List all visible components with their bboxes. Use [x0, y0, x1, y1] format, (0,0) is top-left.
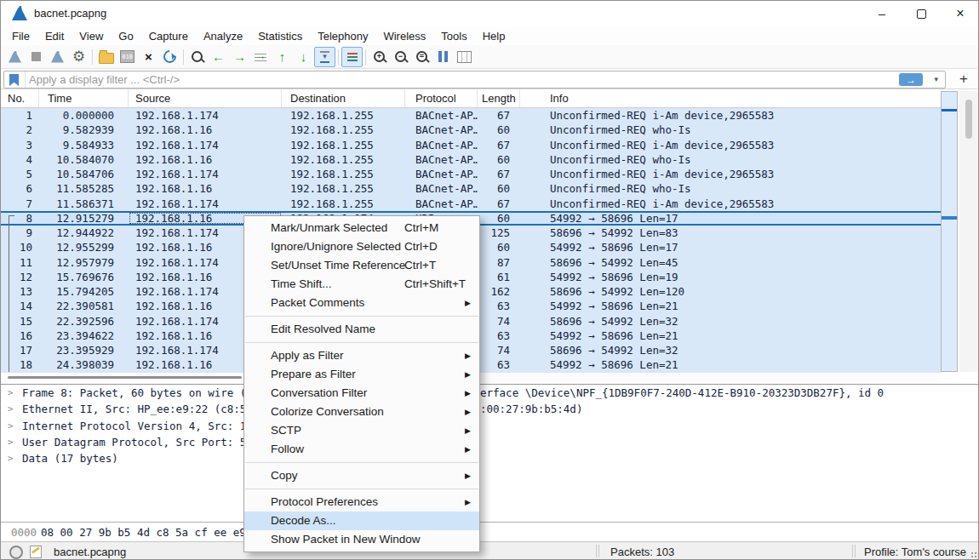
detail-text: Frame 8: Packet, 60 bytes on wire (480: [22, 386, 266, 399]
menu-item-follow[interactable]: Follow▶: [244, 440, 479, 459]
menu-item-colorize-conversation[interactable]: Colorize Conversation▶: [244, 403, 479, 421]
vertical-scrollbar[interactable]: [959, 91, 978, 372]
reload-file-icon[interactable]: [159, 47, 180, 67]
menu-item-sctp[interactable]: SCTP▶: [244, 421, 479, 440]
expert-info-icon[interactable]: [9, 546, 23, 559]
column-header-time[interactable]: Time: [39, 89, 129, 107]
zoom-in-icon[interactable]: +: [369, 47, 390, 67]
column-header-length[interactable]: Length: [478, 89, 520, 107]
open-file-icon[interactable]: [95, 47, 117, 67]
status-profile[interactable]: Profile: Tom's course: [864, 546, 966, 558]
hex-line[interactable]: 0000 08 00 27 9b b5 4d c8 5a cf ee e9 22: [1, 523, 979, 541]
menu-analyze[interactable]: Analyze: [196, 28, 250, 44]
colorize-packets-icon[interactable]: [341, 47, 363, 67]
detail-line-2[interactable]: >Ethernet II, Src: HP_ee:e9:22 (c8:5a:cf…: [1, 401, 979, 417]
menu-item-packet-comments[interactable]: Packet Comments▶: [244, 294, 479, 312]
menu-edit[interactable]: Edit: [37, 28, 72, 44]
cell-time: 22.392596: [39, 315, 129, 328]
go-back-icon[interactable]: ←: [208, 47, 229, 67]
menu-item-conversation-filter[interactable]: Conversation Filter▶: [244, 384, 479, 403]
packet-row-5[interactable]: 510.584706192.168.1.174192.168.1.255BACn…: [1, 167, 941, 181]
capture-options-icon[interactable]: ⚙: [68, 47, 89, 67]
packet-row-6[interactable]: 611.585285192.168.1.16192.168.1.255BACne…: [1, 181, 941, 196]
column-layout-icon[interactable]: [454, 47, 475, 67]
menu-view[interactable]: View: [72, 28, 111, 44]
menu-item-ignore-unignore-selected[interactable]: Ignore/Unignore SelectedCtrl+D: [244, 237, 479, 256]
display-filter-input[interactable]: Apply a display filter ... <Ctrl-/> → ▾: [3, 71, 946, 89]
cell-len: 60: [478, 182, 520, 195]
column-header-source[interactable]: Source: [129, 89, 282, 107]
resize-grip[interactable]: [970, 551, 977, 558]
restart-capture-icon[interactable]: [47, 47, 68, 67]
packet-row-3[interactable]: 39.584933192.168.1.174192.168.1.255BACne…: [1, 138, 941, 152]
start-capture-icon[interactable]: [4, 47, 26, 67]
save-file-icon[interactable]: 010: [117, 47, 138, 67]
intelligent-scrollbar-minimap[interactable]: [941, 91, 958, 372]
filter-bookmark-icon[interactable]: [9, 74, 19, 86]
column-header-info[interactable]: Info: [520, 89, 941, 107]
packet-row-1[interactable]: 10.000000192.168.1.174192.168.1.255BACne…: [1, 108, 941, 123]
menu-item-copy[interactable]: Copy▶: [244, 466, 479, 485]
go-to-packet-icon[interactable]: →: [250, 47, 272, 67]
horizontal-scrollbar-thumb[interactable]: [8, 376, 242, 379]
menu-wireless[interactable]: Wireless: [375, 28, 433, 44]
vertical-scrollbar-thumb[interactable]: [965, 100, 972, 139]
go-forward-icon[interactable]: →: [229, 47, 250, 67]
expander-icon[interactable]: >: [8, 403, 14, 414]
zoom-out-icon[interactable]: −: [390, 47, 411, 67]
menu-item-protocol-preferences[interactable]: Protocol Preferences▶: [244, 493, 479, 511]
expander-icon[interactable]: >: [8, 387, 14, 398]
hex-offset: 0000: [11, 526, 37, 539]
menu-statistics[interactable]: Statistics: [250, 28, 310, 44]
apply-filter-button[interactable]: →: [899, 73, 923, 86]
cell-time: 15.769676: [39, 271, 129, 283]
menu-tools[interactable]: Tools: [433, 28, 474, 44]
menu-item-time-shift[interactable]: Time Shift...Ctrl+Shift+T: [244, 275, 479, 294]
menu-item-mark-unmark-selected[interactable]: Mark/Unmark SelectedCtrl+M: [244, 219, 479, 237]
maximize-button[interactable]: [902, 1, 941, 26]
expander-icon[interactable]: >: [8, 437, 14, 448]
expander-icon[interactable]: >: [8, 453, 14, 464]
minimize-button[interactable]: –: [862, 1, 902, 26]
menu-item-prepare-as-filter[interactable]: Prepare as Filter▶: [244, 365, 479, 384]
detail-line-3[interactable]: >Internet Protocol Version 4, Src: 192.1: [1, 418, 979, 434]
expander-icon[interactable]: >: [8, 420, 14, 431]
filter-dropdown-caret-icon[interactable]: ▾: [934, 75, 938, 83]
menu-item-apply-as-filter[interactable]: Apply as Filter▶: [244, 346, 479, 365]
menu-telephony[interactable]: Telephony: [310, 28, 375, 44]
menu-capture[interactable]: Capture: [141, 28, 196, 44]
packet-row-2[interactable]: 29.582939192.168.1.16192.168.1.255BACnet…: [1, 123, 941, 137]
auto-scroll-icon[interactable]: ▼: [314, 47, 335, 67]
detail-line-1[interactable]: >Frame 8: Packet, 60 bytes on wire (480e…: [1, 385, 979, 401]
detail-line-5[interactable]: >Data (17 bytes): [1, 450, 979, 466]
menu-item-show-packet-in-new-window[interactable]: Show Packet in New Window: [244, 530, 479, 549]
menu-item-set-unset-time-reference[interactable]: Set/Unset Time ReferenceCtrl+T: [244, 256, 479, 275]
cell-no: 7: [1, 197, 39, 210]
menu-file[interactable]: File: [4, 28, 37, 44]
packet-row-7[interactable]: 711.586371192.168.1.174192.168.1.255BACn…: [1, 197, 941, 211]
detail-line-4[interactable]: >User Datagram Protocol, Src Port: 54992: [1, 434, 979, 450]
close-file-icon[interactable]: ×: [138, 47, 159, 67]
zoom-reset-icon[interactable]: =: [411, 47, 432, 67]
stop-capture-icon[interactable]: [26, 47, 47, 67]
add-filter-button[interactable]: +: [953, 71, 975, 88]
cell-info: 58696 → 54992 Len=120: [520, 285, 941, 298]
column-header-protocol[interactable]: Protocol: [405, 89, 478, 107]
packet-list-header[interactable]: No.TimeSourceDestinationProtocolLengthIn…: [1, 89, 941, 108]
cell-info: 54992 → 58696 Len=21: [520, 300, 941, 312]
menu-help[interactable]: Help: [475, 28, 513, 44]
resize-columns-icon[interactable]: [432, 47, 454, 67]
menu-go[interactable]: Go: [111, 28, 140, 44]
capture-comment-icon[interactable]: [30, 546, 42, 558]
menu-item-decode-as[interactable]: Decode As...: [244, 511, 479, 530]
menu-item-label: Conversation Filter: [271, 386, 367, 399]
find-packet-icon[interactable]: [186, 47, 208, 67]
column-header-no[interactable]: No.: [1, 89, 39, 107]
column-header-destination[interactable]: Destination: [282, 89, 405, 107]
menu-item-edit-resolved-name[interactable]: Edit Resolved Name: [244, 320, 479, 339]
close-button[interactable]: ×: [941, 1, 979, 26]
cell-len: 67: [478, 109, 520, 122]
go-first-icon[interactable]: ↑: [272, 47, 293, 67]
go-last-icon[interactable]: ↓: [293, 47, 314, 67]
packet-row-4[interactable]: 410.584070192.168.1.16192.168.1.255BACne…: [1, 152, 941, 167]
